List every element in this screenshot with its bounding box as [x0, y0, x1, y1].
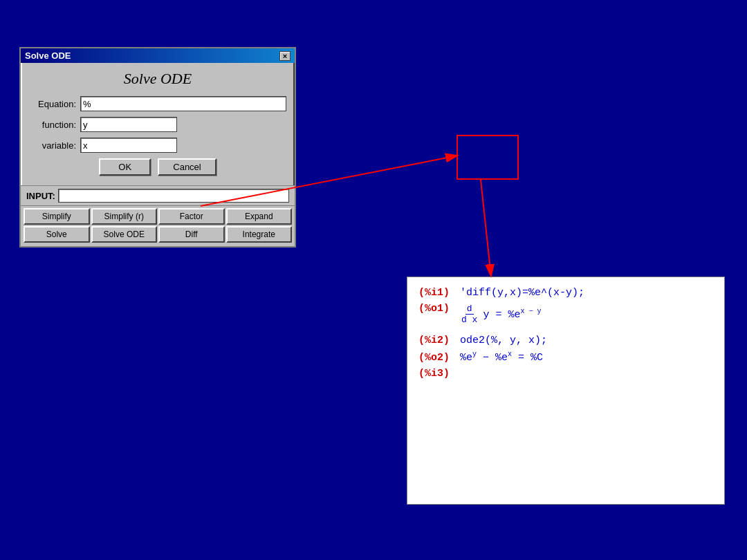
- dialog-buttons: OK Cancel: [29, 158, 286, 176]
- i2-text: ode2(%, y, x);: [460, 335, 547, 346]
- integrate-button[interactable]: Integrate: [226, 226, 293, 243]
- cancel-button[interactable]: Cancel: [158, 158, 216, 176]
- variable-input[interactable]: [80, 138, 177, 153]
- dialog-heading: Solve ODE: [21, 63, 295, 93]
- input-field[interactable]: [58, 189, 289, 203]
- solve-ode-button[interactable]: Solve ODE: [91, 226, 158, 243]
- dialog-titlebar: Solve ODE ×: [21, 48, 295, 63]
- variable-row: variable:: [29, 138, 286, 153]
- function-label: function:: [29, 120, 76, 130]
- i1-text: 'diff(y,x)=%e^(x-y);: [460, 287, 584, 299]
- solve-button[interactable]: Solve: [24, 226, 90, 243]
- output-panel: (%i1) 'diff(y,x)=%e^(x-y); (%o1) d d x y…: [407, 277, 725, 505]
- i1-label: (%i1): [418, 287, 454, 299]
- diff-button[interactable]: Diff: [158, 226, 225, 243]
- simplify-r-button[interactable]: Simplify (r): [91, 208, 158, 225]
- output-i1: (%i1) 'diff(y,x)=%e^(x-y);: [418, 287, 713, 299]
- toolbar: Simplify Simplify (r) Factor Expand Solv…: [21, 205, 295, 246]
- factor-button[interactable]: Factor: [158, 208, 225, 225]
- fraction: d d x: [460, 304, 479, 325]
- input-label: INPUT:: [26, 191, 55, 201]
- equation-row: Equation:: [29, 96, 286, 111]
- dialog-title: Solve ODE: [25, 50, 71, 61]
- input-section: INPUT:: [21, 185, 295, 205]
- function-row: function:: [29, 117, 286, 132]
- toolbar-row-2: Solve Solve ODE Diff Integrate: [24, 226, 292, 243]
- function-input[interactable]: [80, 117, 177, 132]
- output-i2: (%i2) ode2(%, y, x);: [418, 335, 713, 346]
- output-o1: (%o1) d d x y = %ex − y: [418, 303, 713, 325]
- equation-input[interactable]: [80, 96, 286, 111]
- solve-ode-dialog: Solve ODE × Solve ODE Equation: function…: [19, 47, 296, 248]
- i3-label: (%i3): [418, 368, 454, 380]
- output-i3: (%i3): [418, 368, 713, 380]
- ok-button[interactable]: OK: [99, 158, 151, 176]
- o1-math: d d x y = %ex − y: [460, 304, 541, 325]
- variable-label: variable:: [29, 140, 76, 151]
- o2-label: (%o2): [418, 352, 454, 364]
- output-o2: (%o2) %ey − %ex = %C: [418, 351, 713, 364]
- o2-math: %ey − %ex = %C: [460, 351, 543, 364]
- o1-label: (%o1): [418, 303, 454, 315]
- simplify-button[interactable]: Simplify: [24, 208, 90, 225]
- dialog-body: Equation: function: variable: OK Cancel: [21, 93, 295, 185]
- close-button[interactable]: ×: [279, 51, 290, 61]
- i2-label: (%i2): [418, 335, 454, 346]
- expand-button[interactable]: Expand: [226, 208, 293, 225]
- red-highlight-rect: [456, 135, 519, 180]
- toolbar-row-1: Simplify Simplify (r) Factor Expand: [24, 208, 292, 225]
- equation-label: Equation:: [29, 99, 76, 109]
